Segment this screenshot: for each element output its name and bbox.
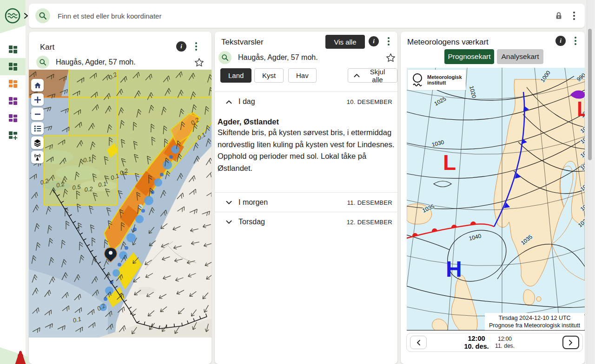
logo-line1: Meteorologisk — [427, 74, 462, 80]
chevron-up-icon — [354, 73, 360, 78]
timeline-step-2[interactable]: 12:00 11. des. — [493, 335, 516, 350]
svg-text:0.5: 0.5 — [72, 183, 81, 191]
accordion-i-dag[interactable]: I dag 10. DESEMBER — [215, 92, 397, 111]
skjul-alle-label: Skjul alle — [364, 68, 391, 84]
chart-logo-box: Meteorologisk institutt — [408, 70, 466, 90]
star-icon — [194, 58, 204, 67]
search-icon — [35, 8, 50, 23]
met-logo[interactable] — [4, 7, 21, 25]
synoptic-chart-svg: 1020102510301035104010351000990995100010… — [407, 68, 585, 331]
forecast-text: Skiftende bris, på kysten sørvest bris, … — [218, 127, 395, 174]
chart-caption-line2: Prognose fra Meteorologisk institutt — [489, 322, 580, 329]
legend-list-icon — [33, 124, 42, 133]
accordion-label: I dag — [238, 98, 255, 106]
tekstvarsler-favorite-star[interactable] — [386, 52, 397, 63]
sidebar-item-add[interactable] — [0, 127, 26, 144]
timeline-time: 12:00 — [462, 335, 491, 343]
map-home-button[interactable] — [31, 79, 44, 91]
topbar-menu-button[interactable] — [570, 11, 578, 21]
kart-info-button[interactable]: i — [176, 41, 186, 52]
tab-kyst[interactable]: Kyst — [254, 68, 284, 83]
tekstvarsler-title: Tekstvarsler — [221, 38, 264, 47]
chevron-left-icon — [416, 339, 421, 346]
scrollbar-thumb[interactable] — [588, 29, 592, 160]
chart-caption-line1: Tirsdag 2024-12-10 12 UTC — [498, 314, 570, 322]
sidebar-expand-button[interactable] — [22, 12, 30, 20]
app-grid-icon — [8, 97, 18, 106]
search-input[interactable] — [57, 12, 554, 20]
accordion-i-morgen[interactable]: I morgen 11. DESEMBER — [215, 193, 397, 212]
sidebar-item-3[interactable] — [0, 75, 26, 92]
map-legend-button[interactable] — [31, 122, 44, 135]
app-grid-icon — [8, 114, 18, 123]
svg-text:0.2: 0.2 — [84, 185, 93, 193]
accordion-date: 10. DESEMBER — [347, 98, 392, 105]
tekstvarsler-panel: Tekstvarsler Vis alle i Haugås, Agder, 5… — [215, 32, 397, 364]
vaerkart-title: Meteorologens værkart — [407, 38, 489, 47]
kart-location-row[interactable]: Haugås, Agder, 57 moh. — [36, 56, 136, 69]
chevron-right-icon — [569, 339, 573, 346]
kart-location: Haugås, Agder, 57 moh. — [56, 58, 136, 66]
tekstvarsler-location-row[interactable]: Haugås, Agder, 57 moh. — [218, 51, 318, 64]
timeline-time: 12:00 — [493, 336, 516, 343]
met-logo-icon — [4, 7, 21, 25]
vaerkart-panel: Meteorologens værkart i Prognosekart Ana… — [401, 32, 585, 364]
low-pressure-symbol: L — [443, 150, 456, 175]
chevron-right-icon — [22, 12, 30, 20]
timeline-step-1[interactable]: 12:00 10. des. — [462, 335, 491, 351]
timeline-date: 11. des. — [493, 343, 516, 350]
sidebar-items — [0, 41, 26, 144]
radar-antenna-icon — [33, 153, 42, 162]
search-icon — [36, 56, 49, 69]
skjul-alle-button[interactable]: Skjul alle — [348, 68, 397, 83]
logo-line2: institutt — [427, 80, 462, 85]
tekstvarsler-menu-button[interactable] — [384, 36, 393, 46]
met-logo-icon — [410, 72, 424, 88]
map-radar-button[interactable] — [31, 151, 44, 163]
minus-icon — [33, 110, 42, 118]
forecast-region: Agder, Østlandet — [218, 117, 279, 126]
kart-title: Kart — [40, 43, 54, 52]
kart-menu-button[interactable] — [192, 41, 200, 52]
kart-map-svg[interactable]: 0.20.20.50.20.10.10.20.10.20.20.10.20.10… — [29, 70, 212, 338]
star-icon — [386, 53, 396, 63]
search-icon — [218, 51, 231, 64]
topbar — [29, 4, 585, 28]
tekstvarsler-info-button[interactable]: i — [369, 36, 379, 46]
accordion-label: I morgen — [238, 198, 268, 207]
kart-panel: Kart i Haugås, Agder, 57 moh. — [29, 32, 212, 364]
chevron-down-icon — [226, 220, 232, 224]
vis-alle-button[interactable]: Vis alle — [325, 35, 365, 49]
sidebar-item-4[interactable] — [0, 92, 26, 110]
tab-land[interactable]: Land — [220, 68, 251, 83]
app-grid-icon — [8, 79, 18, 89]
chevron-down-icon — [226, 201, 232, 205]
plus-icon — [33, 96, 42, 104]
accordion-label: Torsdag — [238, 218, 265, 226]
prognosekart-button[interactable]: Prognosekart — [444, 49, 494, 64]
analysekart-button[interactable]: Analysekart — [497, 49, 543, 64]
tekstvarsler-location: Haugås, Agder, 57 moh. — [238, 53, 318, 62]
timeline-prev-button[interactable] — [410, 336, 427, 349]
home-icon — [33, 81, 42, 90]
accordion-torsdag[interactable]: Torsdag 12. DESEMBER — [215, 212, 397, 232]
low-pressure-symbol-edge: L — [577, 98, 585, 120]
layers-icon — [33, 138, 42, 147]
sidebar-item-5[interactable] — [0, 110, 26, 127]
map-layers-button[interactable] — [31, 136, 44, 149]
lock-icon — [554, 11, 563, 20]
accordion-date: 12. DESEMBER — [347, 219, 392, 226]
kart-favorite-star[interactable] — [194, 57, 205, 68]
map-zoom-out-button[interactable] — [31, 108, 44, 120]
vaerkart-info-button[interactable]: i — [555, 36, 566, 46]
timeline-next-button[interactable] — [562, 336, 579, 349]
sidebar-item-2-selected[interactable] — [0, 58, 26, 75]
app-grid-plus-icon — [8, 131, 18, 140]
chevron-up-icon — [226, 100, 232, 104]
vaerkart-menu-button[interactable] — [571, 36, 580, 46]
chart-timeline: 12:00 10. des. 12:00 11. des. — [406, 333, 583, 352]
map-zoom-in-button[interactable] — [31, 93, 44, 106]
sidebar-item-1[interactable] — [0, 41, 26, 58]
chart-caption-box: Tirsdag 2024-12-10 12 UTC Prognose fra M… — [485, 313, 584, 330]
tab-hav[interactable]: Hav — [288, 68, 317, 83]
